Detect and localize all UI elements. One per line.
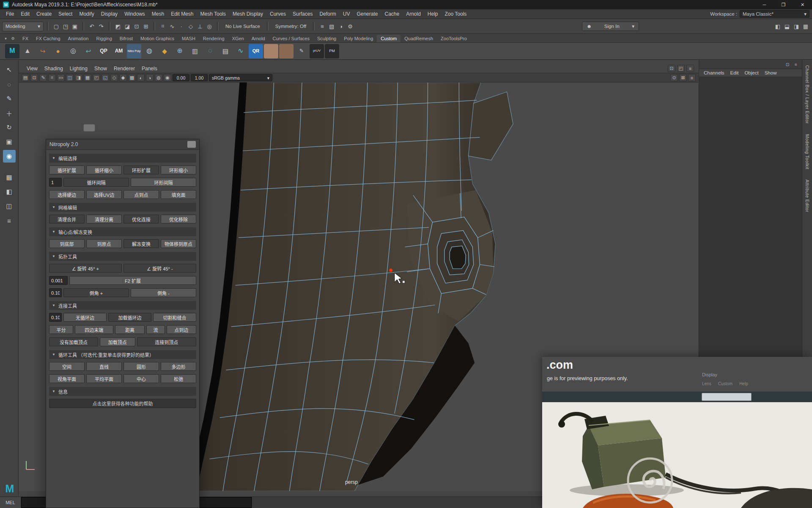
dock-bottom-icon[interactable]: ⬓	[783, 22, 791, 30]
dock-right-icon[interactable]: ◨	[792, 22, 801, 30]
menu-item[interactable]: Curves	[266, 11, 289, 17]
select-hard-edges-button[interactable]: 选择硬边	[49, 190, 85, 199]
shelf-tab[interactable]: ZooToolsPro	[437, 35, 471, 42]
rings-icon[interactable]: ◎	[66, 44, 80, 58]
gamma-field[interactable]: 1.00	[191, 74, 208, 81]
center-button[interactable]: 中心	[123, 374, 159, 383]
channel-box-menu-item[interactable]: Edit	[727, 70, 742, 75]
channel-box-menu-item[interactable]: Object	[741, 70, 761, 75]
section-topology[interactable]: ▼ 拓扑工具	[49, 252, 196, 261]
space-button[interactable]: 空间	[49, 362, 85, 371]
construction-history-icon[interactable]: ≡	[318, 22, 326, 30]
shelf-tab[interactable]: Poly Modeling	[340, 35, 377, 42]
new-scene-icon[interactable]: ▢	[52, 22, 60, 30]
shelf-tab[interactable]: FX	[19, 35, 32, 42]
snap-point-icon[interactable]: ∙	[177, 22, 186, 30]
collapse-arrow-icon[interactable]: ▼	[52, 353, 55, 356]
grid-toggle-icon[interactable]: ⌗	[48, 74, 56, 81]
shelf-tab[interactable]: Animation	[64, 35, 93, 42]
help-button[interactable]: 点击这里获得各种功能的帮助	[49, 399, 196, 408]
safe-action-icon[interactable]: ◰	[93, 74, 100, 81]
rotate-45-plus-button[interactable]: ∠ 旋转 45° +	[49, 264, 122, 273]
menu-item[interactable]: Display	[98, 11, 121, 17]
menu-item[interactable]: Create	[33, 11, 55, 17]
optimize-connect-button[interactable]: 优化连接	[123, 215, 159, 224]
shelf-tab[interactable]: Rendering	[199, 35, 228, 42]
shelf-gear-icon[interactable]: ⚙	[10, 35, 16, 41]
section-connect[interactable]: ▼ 连接工具	[49, 301, 196, 310]
rotate-tool-icon[interactable]: ↻	[3, 121, 16, 134]
fill-face-button[interactable]: 填充面	[161, 190, 196, 199]
load-vertex-button[interactable]: 加载顶点	[100, 337, 135, 346]
move-tool-icon[interactable]: ＋	[3, 107, 16, 119]
menu-item[interactable]: Mesh Tools	[197, 11, 229, 17]
connect-to-vertex-button[interactable]: 连接到顶点	[137, 337, 196, 346]
textured-icon[interactable]: ▩	[128, 74, 136, 81]
screen-space-icon[interactable]: ⊠	[679, 74, 687, 81]
lights-icon[interactable]: ◐	[137, 74, 145, 81]
shelf-tab[interactable]: Custom	[377, 35, 401, 42]
channel-box-menu-item[interactable]: Show	[762, 70, 780, 75]
point-to-point-button[interactable]: 点到点	[123, 190, 159, 199]
panel-menu-icon[interactable]: ≡	[686, 65, 694, 72]
section-edit-select[interactable]: ▼ 编辑选择	[49, 154, 196, 163]
lasso-tool-icon[interactable]: ◌	[3, 78, 16, 91]
photo-thumb-icon[interactable]	[264, 44, 278, 58]
save-scene-icon[interactable]: ▣	[71, 22, 79, 30]
channel-box-menu-item[interactable]: Channels	[701, 70, 727, 75]
menu-item[interactable]: Cache	[381, 11, 403, 17]
collapse-arrow-icon[interactable]: ▼	[52, 156, 55, 160]
xray-icon[interactable]: ◍	[155, 74, 162, 81]
loop-interval-button[interactable]: 循环间隔	[63, 178, 129, 187]
qr-icon[interactable]: QR	[249, 44, 263, 58]
shelf-tab[interactable]: FX Caching	[32, 35, 64, 42]
annotate-icon[interactable]: ▤	[218, 44, 233, 58]
render-frame-icon[interactable]: ▧	[327, 22, 336, 30]
select-camera-icon[interactable]: ▤	[22, 74, 29, 81]
bevel-input[interactable]	[49, 288, 62, 297]
collapse-arrow-icon[interactable]: ▼	[52, 304, 55, 307]
no-loaded-vertex-button[interactable]: 没有加载顶点	[49, 337, 98, 346]
workspace-select[interactable]: Maya Classic* ▾	[740, 10, 809, 18]
shelf-tab[interactable]: QuadRemesh	[401, 35, 437, 42]
teal-hook-icon[interactable]: ↩	[81, 44, 96, 58]
shelf-tab[interactable]: MASH	[178, 35, 199, 42]
make-live-icon[interactable]: ◎	[205, 22, 214, 30]
circle-button[interactable]: 圆形	[123, 362, 159, 371]
menu-item[interactable]: Arnold	[403, 11, 424, 17]
menu-item[interactable]: Mesh Display	[229, 11, 266, 17]
layout-grid-icon[interactable]: ▦	[801, 22, 810, 30]
point-to-edge-button[interactable]: 点到边	[167, 325, 197, 334]
loop-grow-button[interactable]: 循环扩展	[49, 166, 85, 174]
shelf-tab[interactable]: Motion Graphics	[137, 35, 178, 42]
select-object-icon[interactable]: ◪	[123, 22, 132, 30]
view-transform-select[interactable]: sRGB gamma ▾	[209, 74, 272, 81]
snap-curve-icon[interactable]: ∿	[168, 22, 176, 30]
menu-item[interactable]: Modify	[76, 11, 97, 17]
layout-single-pane-icon[interactable]: ▦	[3, 171, 16, 184]
shadows-icon[interactable]: ◑	[146, 74, 154, 81]
minimize-button[interactable]: ─	[755, 0, 774, 9]
section-info[interactable]: ▼ 信息	[49, 387, 196, 396]
loop-shrink-button[interactable]: 循环缩小	[86, 166, 122, 174]
view-plane-button[interactable]: 视角平面	[49, 374, 85, 383]
highlight-selection-icon[interactable]: ⊞	[142, 22, 150, 30]
bevel-minus-button[interactable]: 倒角 -	[131, 288, 196, 297]
shelf-tab-menu-icon[interactable]: ▾	[3, 35, 9, 41]
shelf-tab[interactable]: XGen	[228, 35, 248, 42]
select-component-icon[interactable]: ⊡	[132, 22, 141, 30]
nitropoly-shelf-icon[interactable]: Nitro Poly	[127, 44, 141, 58]
exposure-field[interactable]: 0.00	[173, 74, 189, 81]
photo-thumb-icon[interactable]	[279, 44, 294, 58]
menu-item[interactable]: Deform	[316, 11, 339, 17]
nitropoly-title-bar[interactable]: Nitropoly 2.0	[46, 139, 199, 150]
panel-menu-item[interactable]: View	[23, 66, 41, 72]
gate-mask-icon[interactable]: ◨	[75, 74, 82, 81]
menu-item[interactable]: Help	[424, 11, 442, 17]
connect-input[interactable]	[49, 313, 62, 322]
panel-menu-item[interactable]: Show	[91, 66, 110, 72]
scale-tool-icon[interactable]: ▣	[3, 135, 16, 148]
menu-item[interactable]: Zoo Tools	[442, 11, 470, 17]
distance-button[interactable]: 距离	[115, 325, 145, 334]
no-loop-edge-button[interactable]: 无循环边	[63, 313, 107, 322]
